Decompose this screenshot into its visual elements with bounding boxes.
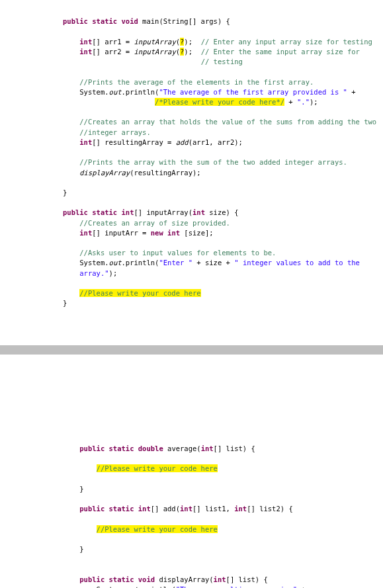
txt: System. [79,259,108,267]
placeholder-comment: /*Please write your code here*/ [155,98,284,106]
kw: int [79,48,92,56]
txt: .println( [122,88,159,96]
string: "The average of the first array provided… [159,88,347,96]
txt: System. [97,585,126,588]
txt: [] add( [151,505,180,513]
call: inputArray [134,38,175,46]
txt: [] arr2 = [92,48,134,56]
kw: int [79,229,92,237]
kw: public static void [79,575,155,583]
txt: [] list2) { [247,505,293,513]
brace: } [79,545,83,553]
txt: [] resultingArray = [92,138,175,146]
comment: //Prints the array with the sum of the t… [79,158,347,166]
txt: [] inputArr = [92,229,151,237]
field: out [109,88,122,96]
kw: public static int [63,208,134,216]
string: "Enter " [159,259,192,267]
string: "." [297,98,310,106]
field: out [126,585,138,588]
kw: int [79,138,92,146]
string: array." [79,269,108,277]
kw: public static int [79,505,150,513]
code-block-bottom: public static double average(int[] list)… [63,434,370,588]
spacer [0,355,383,434]
txt: displayArray( [155,575,214,583]
txt: (resultingArray); [130,169,200,177]
comment: //Asks user to input values for elements… [79,249,276,257]
code-block-top: public static void main(String[] args) {… [63,7,370,309]
string: "The sum resulting array is " [176,585,297,588]
txt: System. [79,88,108,96]
txt: + [284,98,297,106]
string: " integer values to add to the [234,259,360,267]
kw: public static double [79,444,163,452]
kw: int [192,208,205,216]
kw: int [180,505,192,513]
txt: size) { [205,208,239,216]
kw: public static void [63,17,138,25]
txt: + [347,88,360,96]
txt: main(String[] args) { [138,17,230,25]
comment: //Prints the average of the elements in … [79,78,314,86]
txt: average( [163,444,201,452]
txt: (arr1, arr2); [189,138,243,146]
txt: ); [184,38,200,46]
call: displayArray [79,169,130,177]
comment: //integer arrays. [79,128,150,136]
comment: //Creates an array that holds the value … [79,118,376,126]
kw: int [234,505,247,513]
txt: + [297,585,310,588]
txt: [] list) { [226,575,268,583]
txt: [] inputArray( [134,208,192,216]
txt: + size + [192,259,234,267]
txt: ); [310,98,318,106]
txt: ); [184,48,200,56]
kw: new int [151,229,180,237]
txt: [] arr1 = [92,38,134,46]
page-divider [0,345,383,355]
txt: [size]; [180,229,214,237]
placeholder-comment: //Please write your code here [97,525,218,533]
kw: int [201,444,214,452]
txt: .println( [122,259,159,267]
txt: .println( [138,585,176,588]
txt: [] list) { [214,444,255,452]
field: out [109,259,122,267]
brace: } [63,189,67,196]
kw: int [79,38,92,46]
comment: // Enter any input array size for testin… [201,38,372,46]
placeholder-comment: //Please write your code here [79,289,200,297]
placeholder-comment: //Please write your code here [97,464,218,472]
txt: ); [109,269,118,277]
brace: } [79,485,83,493]
comment: // testing [201,58,243,65]
call: add [176,138,189,146]
comment: // Enter the same input array size for [201,48,360,56]
call: inputArray [134,48,175,56]
kw: int [214,575,226,583]
comment: //Creates an array of size provided. [79,219,230,227]
txt: [] list1, [192,505,234,513]
brace: } [63,299,67,307]
